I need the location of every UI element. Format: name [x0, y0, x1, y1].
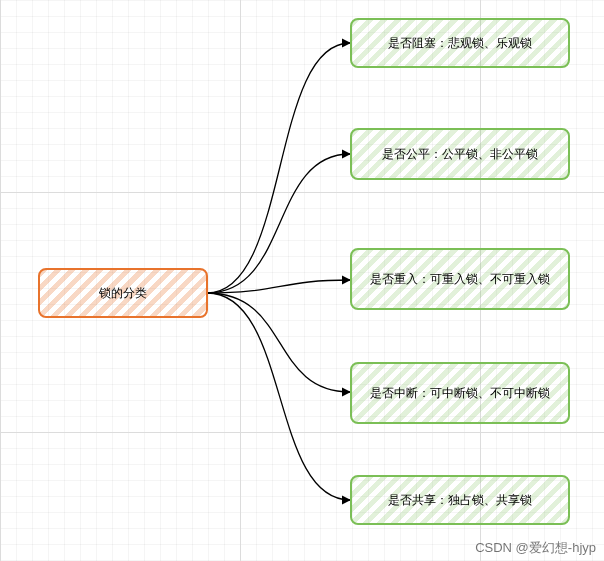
root-label: 锁的分类	[99, 285, 147, 301]
leaf-node-4: 是否共享：独占锁、共享锁	[350, 475, 570, 525]
edge-to-leaf-0	[207, 43, 350, 293]
edge-to-leaf-3	[207, 293, 350, 392]
diagram-canvas: 锁的分类 是否阻塞：悲观锁、乐观锁 是否公平：公平锁、非公平锁 是否重入：可重入…	[0, 0, 604, 561]
root-node: 锁的分类	[38, 268, 208, 318]
leaf-node-3: 是否中断：可中断锁、不可中断锁	[350, 362, 570, 424]
leaf-node-0: 是否阻塞：悲观锁、乐观锁	[350, 18, 570, 68]
leaf-label: 是否中断：可中断锁、不可中断锁	[370, 385, 550, 401]
leaf-node-2: 是否重入：可重入锁、不可重入锁	[350, 248, 570, 310]
watermark: CSDN @爱幻想-hjyp	[475, 539, 596, 557]
leaf-label: 是否重入：可重入锁、不可重入锁	[370, 271, 550, 287]
leaf-label: 是否共享：独占锁、共享锁	[388, 492, 532, 508]
leaf-label: 是否公平：公平锁、非公平锁	[382, 146, 538, 162]
edge-to-leaf-4	[207, 293, 350, 500]
leaf-node-1: 是否公平：公平锁、非公平锁	[350, 128, 570, 180]
leaf-label: 是否阻塞：悲观锁、乐观锁	[388, 35, 532, 51]
